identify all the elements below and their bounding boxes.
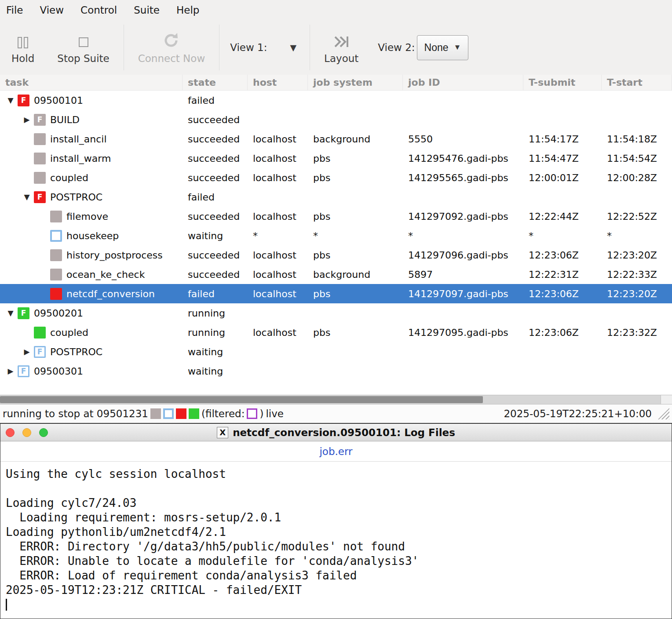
menu-control[interactable]: Control [80,4,117,16]
legend-failed-icon [176,408,186,419]
horizontal-scrollbar[interactable] [0,395,672,404]
hold-button[interactable]: Hold [0,23,46,72]
task-name: POSTPROC [50,192,102,203]
indent [0,120,20,120]
task-row[interactable]: netcdf_conversion failed localhost pbs 1… [0,284,672,303]
job-id-cell: 5550 [403,134,523,145]
task-row[interactable]: install_warm succeeded localhost pbs 141… [0,149,672,168]
task-cell: ocean_ke_check [0,269,183,280]
view2-selector: View 2: None ▼ [370,35,476,60]
task-row[interactable]: coupled succeeded localhost pbs 14129556… [0,168,672,187]
indent [0,139,20,139]
column-header-task[interactable]: task [0,75,183,90]
state-cell: running [183,327,248,338]
menu-suite[interactable]: Suite [134,4,160,16]
close-button[interactable] [6,428,15,437]
state-cell: succeeded [183,211,248,222]
task-waiting-icon [50,230,62,242]
menu-view[interactable]: View [40,4,64,16]
expander-icon[interactable]: ▶ [20,115,34,124]
task-cell: ▼ F POSTPROC [0,191,183,203]
view2-dropdown[interactable]: None ▼ [417,35,469,60]
family-waiting-icon: F [34,346,46,358]
view1-dropdown-arrow-icon[interactable]: ▼ [287,40,299,55]
job-id-cell: 141297096.gadi-pbs [403,250,523,261]
menu-bar: File View Control Suite Help [0,0,672,20]
column-header-host[interactable]: host [248,75,308,90]
task-cell: history_postprocess [0,249,183,261]
scrollbar-thumb[interactable] [0,396,483,403]
column-header-state[interactable]: state [183,75,248,90]
column-header-job-system[interactable]: job system [308,75,403,90]
state-cell: waiting [183,346,248,357]
status-text: running to stop at 09501231 [3,408,148,419]
task-cell: ▼ F 09500101 [0,95,183,106]
legend-succeeded-icon [150,408,161,419]
job-system-cell: pbs [308,153,403,164]
state-cell: waiting [183,230,248,241]
connect-now-label: Connect Now [138,53,205,64]
expander-icon[interactable]: ▼ [4,96,18,105]
task-row[interactable]: ▶ F POSTPROC waiting [0,342,672,361]
host-cell: localhost [248,153,308,164]
task-succeeded-icon [50,269,62,280]
log-text: Using the cylc session localhost Loading… [6,467,672,597]
host-cell: localhost [248,250,308,261]
job-system-cell: pbs [308,172,403,183]
task-row[interactable]: coupled running localhost pbs 141297095.… [0,323,672,342]
column-header-job-id[interactable]: job ID [403,75,523,90]
stop-suite-button[interactable]: Stop Suite [46,23,121,72]
column-header-t-start[interactable]: T-start [602,75,672,90]
indent [0,274,36,275]
task-row[interactable]: housekeep waiting * * * * * [0,226,672,245]
expander-icon[interactable]: ▶ [20,347,34,356]
table-header: task state host job system job ID T-subm… [0,75,672,91]
task-row[interactable]: history_postprocess succeeded localhost … [0,245,672,265]
text-cursor [6,599,7,611]
t-submit-cell: 12:00:01Z [523,172,602,183]
status-bar: running to stop at 09501231 (filtered: )… [0,404,672,423]
job-system-cell: background [308,134,403,145]
task-name: history_postprocess [66,250,163,261]
task-row[interactable]: ▶ F BUILD succeeded [0,110,672,129]
task-row[interactable]: ▶ F 09500301 waiting [0,361,672,381]
log-viewer-window: X netcdf_conversion.09500101: Log Files … [0,423,672,619]
hold-label: Hold [11,53,34,64]
log-tab-bar: job.err [0,441,672,462]
column-header-t-submit[interactable]: T-submit [523,75,602,90]
expander-icon[interactable]: ▼ [4,309,18,317]
expander-icon[interactable]: ▶ [4,367,18,375]
task-succeeded-icon [50,249,62,261]
state-cell: running [183,308,248,319]
task-name: install_ancil [50,134,107,145]
menu-help[interactable]: Help [176,4,199,16]
minimize-button[interactable] [22,428,31,437]
task-row[interactable]: ▼ F 09500201 running [0,303,672,323]
task-row[interactable]: ▼ F POSTPROC failed [0,187,672,207]
resize-grip[interactable] [658,408,669,419]
family-succeeded-icon: F [34,114,46,126]
task-cell: install_warm [0,153,183,164]
maximize-button[interactable] [39,428,48,437]
task-name: ocean_ke_check [66,269,145,280]
layout-button[interactable]: Layout [313,23,370,72]
task-row[interactable]: filemove succeeded localhost pbs 1412970… [0,207,672,226]
log-window-titlebar[interactable]: X netcdf_conversion.09500101: Log Files [0,424,672,441]
status-timestamp: 2025-05-19T22:25:21+10:00 [504,408,652,419]
state-cell: succeeded [183,250,248,261]
host-cell: localhost [248,211,308,222]
state-cell: failed [183,192,248,203]
t-submit-cell: 12:23:06Z [523,288,602,299]
task-row[interactable]: ocean_ke_check succeeded localhost backg… [0,265,672,284]
status-left: running to stop at 09501231 (filtered: )… [3,408,284,419]
task-name: install_warm [50,153,111,164]
task-succeeded-icon [34,153,46,164]
task-row[interactable]: install_ancil succeeded localhost backgr… [0,129,672,149]
task-cell: ▶ F BUILD [0,114,183,126]
menu-file[interactable]: File [6,4,23,16]
connect-now-button[interactable]: Connect Now [127,23,217,72]
tab-job-err[interactable]: job.err [319,446,352,457]
task-row[interactable]: ▼ F 09500101 failed [0,91,672,110]
expander-icon[interactable]: ▼ [20,193,34,201]
host-cell: localhost [248,134,308,145]
